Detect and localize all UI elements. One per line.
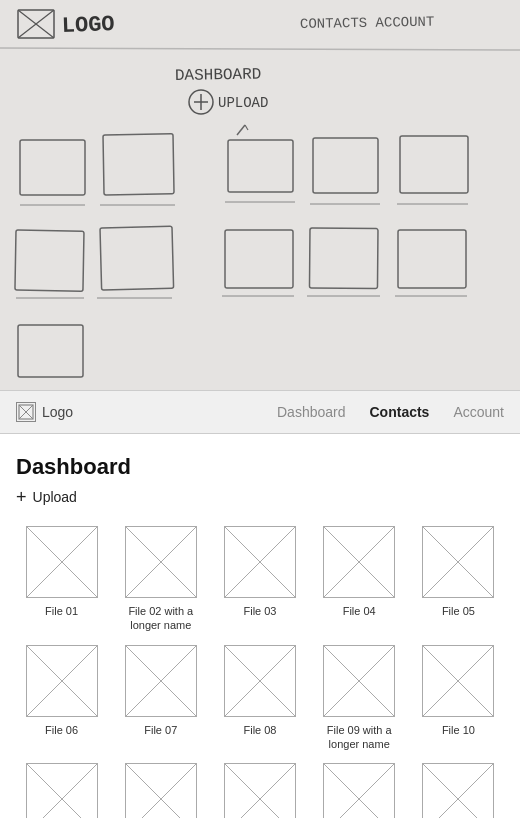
svg-text:UPLOAD: UPLOAD (218, 95, 268, 111)
file-thumbnail (26, 526, 98, 598)
file-item[interactable]: File 06 (16, 645, 107, 752)
file-item[interactable]: File 03 (214, 526, 305, 633)
file-thumbnail (323, 526, 395, 598)
nav-contacts[interactable]: Contacts (370, 404, 430, 420)
nav-logo-area: Logo (16, 402, 277, 422)
file-item[interactable]: File 12 (115, 763, 206, 818)
file-item[interactable]: File 10 (413, 645, 504, 752)
file-item[interactable]: File 05 (413, 526, 504, 633)
upload-label: Upload (33, 489, 77, 505)
file-name: File 06 (45, 723, 78, 737)
main-content: Dashboard + Upload File 01File 02 with a… (0, 434, 520, 818)
file-item[interactable]: File 14 (314, 763, 405, 818)
file-thumbnail (125, 763, 197, 818)
sketch-wireframe: LOGO CONTACTS ACCOUNT DASHBOARD UPLOAD (0, 0, 520, 390)
file-name: File 09 with a longer name (323, 723, 395, 752)
logo-icon (16, 402, 36, 422)
file-name: File 02 with a longer name (125, 604, 197, 633)
file-thumbnail (125, 526, 197, 598)
file-item[interactable]: File 08 (214, 645, 305, 752)
file-thumbnail (125, 645, 197, 717)
file-thumbnail (422, 763, 494, 818)
file-name: File 05 (442, 604, 475, 618)
upload-plus-icon: + (16, 488, 27, 506)
navbar: Logo Dashboard Contacts Account (0, 390, 520, 434)
file-thumbnail (422, 526, 494, 598)
file-item[interactable]: File 13 (214, 763, 305, 818)
file-thumbnail (323, 645, 395, 717)
file-thumbnail (224, 526, 296, 598)
file-thumbnail (26, 763, 98, 818)
file-thumbnail (26, 645, 98, 717)
nav-links: Dashboard Contacts Account (277, 404, 504, 420)
file-item[interactable]: File 11 (16, 763, 107, 818)
file-thumbnail (224, 763, 296, 818)
svg-text:LOGO: LOGO (61, 12, 115, 39)
file-name: File 08 (243, 723, 276, 737)
file-thumbnail (323, 763, 395, 818)
nav-account[interactable]: Account (453, 404, 504, 420)
file-name: File 01 (45, 604, 78, 618)
file-item[interactable]: File 07 (115, 645, 206, 752)
file-item[interactable]: File 02 with a longer name (115, 526, 206, 633)
file-thumbnail (422, 645, 494, 717)
file-item[interactable]: File 15 (413, 763, 504, 818)
file-thumbnail (224, 645, 296, 717)
nav-dashboard[interactable]: Dashboard (277, 404, 346, 420)
file-name: File 03 (243, 604, 276, 618)
file-name: File 07 (144, 723, 177, 737)
file-name: File 04 (343, 604, 376, 618)
upload-button[interactable]: + Upload (16, 488, 77, 506)
logo-label: Logo (42, 404, 73, 420)
file-grid: File 01File 02 with a longer nameFile 03… (16, 526, 504, 818)
file-item[interactable]: File 04 (314, 526, 405, 633)
page-title: Dashboard (16, 454, 504, 480)
svg-text:DASHBOARD: DASHBOARD (175, 65, 262, 85)
file-item[interactable]: File 01 (16, 526, 107, 633)
file-item[interactable]: File 09 with a longer name (314, 645, 405, 752)
file-name: File 10 (442, 723, 475, 737)
svg-text:CONTACTS  ACCOUNT: CONTACTS ACCOUNT (300, 14, 435, 32)
